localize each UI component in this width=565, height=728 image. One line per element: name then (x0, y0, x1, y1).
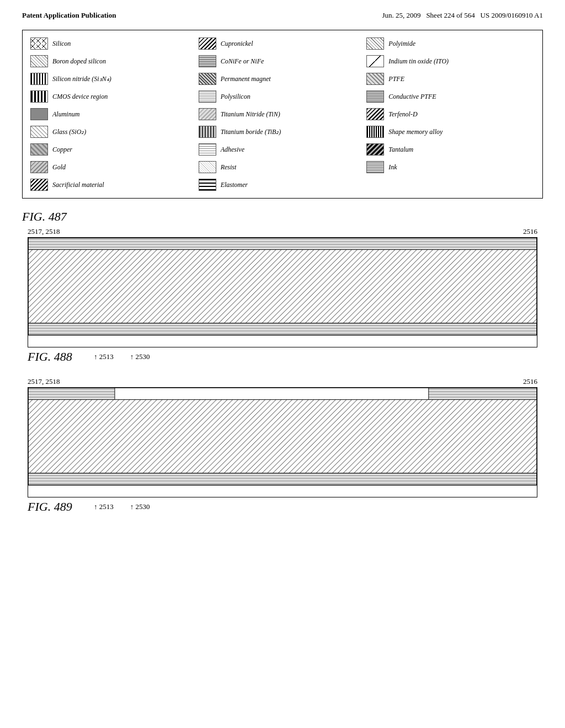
svg-rect-16 (429, 388, 537, 400)
swatch-tantalum (366, 143, 384, 156)
fig488-bottom-labels: ↑ 2513 ↑ 2530 (94, 352, 150, 361)
fig488-diagram (28, 237, 537, 347)
swatch-sacrificial (30, 179, 48, 191)
legend-item-cupronickel: Cupronickel (199, 36, 367, 51)
legend-label-cupronickel: Cupronickel (221, 40, 253, 48)
fig489-bottom-row: FIG. 489 ↑ 2513 ↑ 2530 (22, 500, 543, 514)
svg-rect-6 (28, 238, 537, 250)
swatch-conductive-ptfe (366, 90, 384, 103)
legend-item-resist: Resist (199, 159, 367, 175)
fig488-bottom-row: FIG. 488 ↑ 2513 ↑ 2530 (22, 350, 543, 364)
legend-label-silicon: Silicon (52, 40, 71, 48)
legend-label-boron: Boron doped silicon (52, 57, 106, 66)
legend-item-conductive-ptfe: Conductive PTFE (366, 89, 535, 104)
legend-item-cmos: CMOS device region (30, 89, 199, 104)
legend-label-titanium-nitride: Titanium Nitride (TiN) (221, 110, 280, 119)
legend-item-ptfe: PTFE (366, 71, 535, 87)
legend-item-conife: CoNiFe or NiFe (199, 53, 367, 69)
fig489-diagram (28, 387, 537, 497)
legend-item-terfenol: Terfenol-D (366, 106, 535, 122)
swatch-cupronickel (199, 38, 216, 50)
fig489-arrow-2513: ↑ 2513 (94, 502, 114, 511)
svg-rect-18 (28, 473, 537, 485)
swatch-adhesive (199, 143, 216, 156)
legend-item-ito: Indium tin oxide (ITO) (366, 53, 535, 69)
swatch-silicon (30, 38, 48, 50)
swatch-terfenol (366, 108, 384, 120)
svg-rect-7 (28, 250, 537, 323)
swatch-permanent (199, 73, 216, 85)
fig488-label-top-right: 2516 (523, 227, 537, 236)
legend-item-silicon-nitride: Silicon nitride (Si₃N₄) (30, 71, 199, 87)
fig487-label: FIG. 487 (22, 210, 543, 224)
fig489-label-top-left: 2517, 2518 (28, 377, 60, 386)
swatch-silicon-nitride (30, 73, 48, 85)
swatch-ink (366, 161, 384, 173)
swatch-titanium-boride (199, 126, 216, 138)
legend-label-polyimide: Polyimide (388, 40, 415, 48)
legend-label-aluminum: Aluminum (52, 110, 79, 119)
legend-item-glass: Glass (SiO₂) (30, 124, 199, 140)
swatch-elastomer (199, 179, 216, 191)
legend-label-sacrificial: Sacrificial material (52, 181, 104, 189)
legend-label-shape-memory: Shape memory alloy (388, 128, 443, 136)
swatch-copper (30, 143, 48, 156)
legend-item-copper: Copper (30, 142, 199, 157)
header-patent: US 2009/0160910 A1 (481, 11, 543, 19)
fig488-arrow-2513: ↑ 2513 (94, 352, 114, 361)
legend-label-silicon-nitride: Silicon nitride (Si₃N₄) (52, 75, 111, 83)
legend-item-sacrificial: Sacrificial material (30, 177, 199, 192)
header-right: Jun. 25, 2009 Sheet 224 of 564 US 2009/0… (382, 11, 543, 20)
fig488-top-labels: 2517, 2518 2516 (22, 227, 543, 236)
legend-label-ptfe: PTFE (388, 75, 404, 83)
swatch-aluminum (30, 108, 48, 120)
swatch-boron (30, 55, 48, 67)
legend-item-ink: Ink (366, 159, 535, 175)
legend-item-adhesive: Adhesive (199, 142, 367, 157)
fig488-label-top-left: 2517, 2518 (28, 227, 60, 236)
swatch-shape-memory (366, 126, 384, 138)
legend-label-resist: Resist (221, 163, 237, 172)
fig489-bottom-labels: ↑ 2513 ↑ 2530 (94, 502, 150, 511)
legend-label-ink: Ink (388, 163, 397, 172)
legend-label-elastomer: Elastomer (221, 181, 248, 189)
legend-item-permanent: Permanent magnet (199, 71, 367, 87)
legend-label-cmos: CMOS device region (52, 93, 108, 101)
legend-item-silicon: Silicon (30, 36, 199, 51)
swatch-resist (199, 161, 216, 173)
legend-label-glass: Glass (SiO₂) (52, 128, 86, 136)
legend-label-tantalum: Tantalum (388, 146, 413, 154)
page-header: Patent Application Publication Jun. 25, … (22, 11, 543, 20)
swatch-gold (30, 161, 48, 173)
legend-label-ito: Indium tin oxide (ITO) (388, 57, 449, 66)
legend-label-polysilicon: Polysilicon (221, 93, 250, 101)
fig489-label-top-right: 2516 (523, 377, 537, 386)
fig488-arrow-2530: ↑ 2530 (130, 352, 150, 361)
fig489-svg (28, 388, 537, 496)
legend-box: SiliconCupronickelPolyimideBoron doped s… (22, 30, 543, 199)
legend-label-permanent: Permanent magnet (221, 75, 271, 83)
fig488-section: 2517, 2518 2516 (22, 227, 543, 364)
swatch-ito (366, 55, 384, 67)
fig489-section: 2517, 2518 2516 (22, 377, 543, 514)
legend-item-polysilicon: Polysilicon (199, 89, 367, 104)
header-date: Jun. 25, 2009 (382, 11, 421, 19)
fig489-top-labels: 2517, 2518 2516 (22, 377, 543, 386)
legend-item-boron: Boron doped silicon (30, 53, 199, 69)
swatch-polysilicon (199, 90, 216, 103)
svg-rect-8 (28, 323, 537, 335)
legend-item-shape-memory: Shape memory alloy (366, 124, 535, 140)
header-sheet: Sheet 224 of 564 (426, 11, 475, 19)
fig489-label: FIG. 489 (28, 500, 83, 514)
swatch-conife (199, 55, 216, 67)
swatch-glass (30, 126, 48, 138)
legend-label-adhesive: Adhesive (221, 146, 244, 154)
legend-label-conife: CoNiFe or NiFe (221, 57, 264, 66)
legend-label-copper: Copper (52, 146, 72, 154)
legend-label-terfenol: Terfenol-D (388, 110, 417, 119)
legend-item-gold: Gold (30, 159, 199, 175)
swatch-ptfe (366, 73, 384, 85)
legend-label-gold: Gold (52, 163, 66, 172)
header-left: Patent Application Publication (22, 11, 116, 20)
swatch-polyimide (366, 38, 384, 50)
